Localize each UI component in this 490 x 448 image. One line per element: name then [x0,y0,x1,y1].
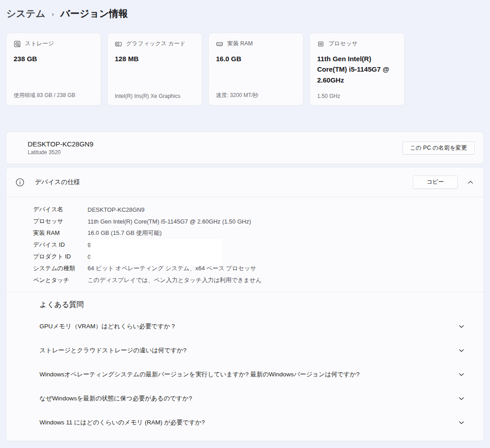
faq-title: よくある質問 [6,300,484,310]
ram-card-label: 実装 RAM [227,40,253,48]
graphics-icon [115,40,122,48]
faq-item-keep-updated[interactable]: なぜWindowsを最新の状態に保つ必要があるのですか? [6,386,484,410]
storage-card-value: 238 GB [14,54,93,64]
faq-item-vram[interactable]: GPUメモリ（VRAM）はどれくらい必要ですか？ [6,314,484,338]
spec-value-redacted: 9 [88,242,91,248]
spec-label: デバイス名 [33,205,88,214]
chevron-down-icon[interactable] [458,371,465,378]
storage-card: ストレージ 238 GB 使用領域 83 GB / 238 GB [6,33,101,106]
spec-label: プロダクト ID [33,253,88,261]
device-specs-list: デバイス名 DESKTOP-KC28GN9 プロセッサ 11th Gen Int… [6,197,484,292]
spec-value: DESKTOP-KC28GN9 [88,206,144,213]
breadcrumb: システム › バージョン情報 [6,7,128,20]
spec-value-redacted: 0 [88,253,91,260]
ram-card: 実装 RAM 16.0 GB 速度: 3200 MT/秒 [208,33,304,106]
processor-icon [317,40,324,48]
info-icon [15,178,24,187]
spec-value: このディスプレイでは、ペン入力とタッチ入力は利用できません [88,276,262,284]
processor-card: プロセッサ 11th Gen Intel(R) Core(TM) i5-1145… [309,33,405,106]
faq-section: よくある質問 GPUメモリ（VRAM）はどれくらい必要ですか？ ストレージとクラ… [6,292,484,434]
spec-label: デバイス ID [33,241,88,249]
ram-card-caption: 速度: 3200 MT/秒 [216,92,296,99]
spec-row-device-id: デバイス ID 9 [33,239,484,251]
spec-label: ペンとタッチ [33,276,88,284]
spec-value: 16.0 GB (15.7 GB 使用可能) [88,229,162,237]
spec-row-ram: 実装 RAM 16.0 GB (15.7 GB 使用可能) [33,227,484,239]
graphics-card-caption: Intel(R) Iris(R) Xe Graphics [115,93,195,99]
processor-card-value: 11th Gen Intel(R) Core(TM) i5-1145G7 @ 2… [317,54,397,85]
processor-card-label: プロセッサ [328,40,358,48]
chevron-down-icon[interactable] [458,419,465,426]
storage-card-label: ストレージ [25,40,54,48]
processor-card-caption: 1.50 GHz [317,93,397,99]
spec-label: プロセッサ [33,217,88,225]
device-identity: DESKTOP-KC28GN9 Latitude 3520 [28,140,93,156]
ram-icon [216,40,223,48]
page-title: バージョン情報 [60,7,128,20]
summary-cards-row: ストレージ 238 GB 使用領域 83 GB / 238 GB グラフィックス… [6,33,405,106]
device-specs-title: デバイスの仕様 [35,178,80,186]
faq-question: なぜWindowsを最新の状態に保つ必要があるのですか? [39,394,192,403]
spec-row-device-name: デバイス名 DESKTOP-KC28GN9 [33,204,484,215]
graphics-card-label: グラフィックス カード [126,40,186,48]
ram-card-value: 16.0 GB [216,54,296,64]
breadcrumb-system[interactable]: システム [6,7,45,20]
spec-row-product-id: プロダクト ID 0 [33,251,484,263]
device-specs-expander: デバイスの仕様 コピー デバイス名 DESKTOP-KC28GN9 プロセッサ … [6,167,484,441]
spec-label: 実装 RAM [33,229,88,237]
device-model: Latitude 3520 [28,149,93,156]
chevron-down-icon[interactable] [458,347,465,354]
settings-about-page: システム › バージョン情報 ストレージ 238 GB 使用領域 83 GB /… [0,0,490,448]
faq-question: Windowsオペレーティングシステムの最新バージョンを実行していますか? 最新… [39,370,359,379]
copy-button[interactable]: コピー [413,175,458,189]
breadcrumb-separator-icon: › [52,10,54,18]
faq-item-latest-version[interactable]: Windowsオペレーティングシステムの最新バージョンを実行していますか? 最新… [6,362,484,386]
storage-icon [14,40,21,48]
chevron-up-icon[interactable] [467,179,474,185]
spec-row-pen-touch: ペンとタッチ このディスプレイでは、ペン入力とタッチ入力は利用できません [33,274,484,286]
graphics-card-value: 128 MB [115,54,195,64]
chevron-down-icon[interactable] [458,395,465,402]
graphics-card: グラフィックス カード 128 MB Intel(R) Iris(R) Xe G… [107,33,202,106]
faq-question: ストレージとクラウドストレージの違いは何ですか? [39,346,186,355]
spec-value: 64 ビット オペレーティング システム、x64 ベース プロセッサ [88,264,256,273]
spec-row-system-type: システムの種類 64 ビット オペレーティング システム、x64 ベース プロセ… [33,263,484,274]
faq-question: Windows 11 にはどのくらいのメモリ (RAM) が必要ですか? [39,419,205,427]
faq-item-storage-vs-cloud[interactable]: ストレージとクラウドストレージの違いは何ですか? [6,338,484,362]
chevron-down-icon[interactable] [458,323,465,330]
faq-question: GPUメモリ（VRAM）はどれくらい必要ですか？ [39,322,176,331]
spec-row-processor: プロセッサ 11th Gen Intel(R) Core(TM) i5-1145… [33,215,484,227]
spec-label: システムの種類 [33,264,88,273]
rename-pc-button[interactable]: この PC の名前を変更 [402,141,475,155]
spec-value: 11th Gen Intel(R) Core(TM) i5-1145G7 @ 2… [88,218,251,225]
device-specs-header[interactable]: デバイスの仕様 コピー [6,167,484,197]
faq-item-ram-requirement[interactable]: Windows 11 にはどのくらいのメモリ (RAM) が必要ですか? [6,410,484,434]
device-name: DESKTOP-KC28GN9 [28,140,93,148]
device-name-card: DESKTOP-KC28GN9 Latitude 3520 この PC の名前を… [6,131,484,164]
storage-card-caption: 使用領域 83 GB / 238 GB [14,92,93,99]
